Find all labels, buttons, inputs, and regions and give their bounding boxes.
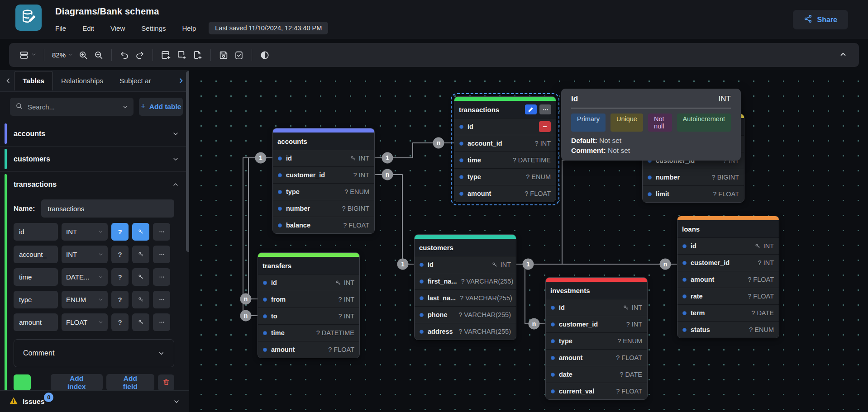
table-field-row[interactable]: id bbox=[454, 118, 556, 135]
field-connection-dot[interactable] bbox=[682, 311, 687, 315]
delete-field-button[interactable] bbox=[539, 121, 551, 132]
field-connection-dot[interactable] bbox=[648, 192, 652, 196]
table-field-row[interactable]: idINT bbox=[546, 299, 647, 316]
table-field-row[interactable]: type? ENUM bbox=[273, 183, 374, 200]
menu-file[interactable]: File bbox=[55, 24, 66, 32]
table-more-options-button[interactable] bbox=[539, 104, 551, 114]
field-connection-dot[interactable] bbox=[263, 314, 267, 318]
menu-help[interactable]: Help bbox=[182, 24, 196, 32]
primary-key-toggle-button[interactable] bbox=[132, 291, 149, 308]
field-connection-dot[interactable] bbox=[263, 281, 267, 285]
field-more-options-button[interactable] bbox=[153, 313, 170, 331]
table-field-row[interactable]: time? DATETIME bbox=[258, 324, 359, 341]
field-more-options-button[interactable] bbox=[153, 223, 170, 241]
nullable-toggle-button[interactable]: ? bbox=[111, 246, 129, 263]
add-index-button[interactable]: Add index bbox=[51, 374, 103, 391]
table-field-row[interactable]: idINT bbox=[677, 237, 779, 254]
todo-button[interactable] bbox=[231, 47, 247, 63]
field-connection-dot[interactable] bbox=[459, 175, 463, 179]
table-field-row[interactable]: amount? FLOAT bbox=[546, 349, 647, 366]
field-connection-dot[interactable] bbox=[648, 175, 652, 180]
field-connection-dot[interactable] bbox=[420, 296, 424, 300]
table-field-row[interactable]: address? VARCHAR(255) bbox=[415, 323, 516, 340]
save-button[interactable] bbox=[216, 47, 231, 63]
field-type-select[interactable]: INT bbox=[62, 223, 108, 241]
search-box[interactable] bbox=[10, 98, 134, 116]
field-name-input[interactable]: amount bbox=[14, 313, 58, 331]
table-field-row[interactable]: number? BIGINT bbox=[643, 169, 744, 185]
tabs-scroll-right-button[interactable] bbox=[175, 75, 186, 86]
field-more-options-button[interactable] bbox=[153, 291, 170, 308]
table-field-row[interactable]: limit? FLOAT bbox=[643, 185, 744, 202]
primary-key-toggle-button[interactable] bbox=[132, 268, 149, 286]
edit-table-button[interactable] bbox=[525, 104, 537, 114]
table-field-row[interactable]: from? INT bbox=[258, 291, 359, 308]
theme-button[interactable] bbox=[257, 47, 272, 63]
add-note-button[interactable] bbox=[190, 47, 205, 63]
table-field-row[interactable]: customer_id? INT bbox=[546, 316, 647, 332]
zoom-in-button[interactable] bbox=[76, 47, 91, 63]
table-field-row[interactable]: date? DATE bbox=[546, 366, 647, 383]
redo-button[interactable] bbox=[132, 47, 148, 63]
tabs-scroll-left-button[interactable] bbox=[3, 75, 14, 86]
zoom-out-button[interactable] bbox=[91, 47, 106, 63]
field-name-input[interactable]: id bbox=[14, 223, 58, 241]
field-type-select[interactable]: INT bbox=[62, 246, 108, 263]
search-dropdown-caret-icon[interactable] bbox=[122, 104, 128, 110]
table-field-row[interactable]: current_val? FLOAT bbox=[546, 383, 647, 399]
field-connection-dot[interactable] bbox=[263, 348, 267, 352]
accordion-header-transactions[interactable]: transactions bbox=[0, 172, 189, 197]
layout-button[interactable] bbox=[16, 47, 39, 63]
field-connection-dot[interactable] bbox=[420, 263, 424, 267]
table-field-row[interactable]: type? ENUM bbox=[546, 332, 647, 349]
search-input[interactable] bbox=[28, 103, 118, 111]
field-connection-dot[interactable] bbox=[420, 313, 424, 317]
field-connection-dot[interactable] bbox=[682, 278, 687, 282]
primary-key-toggle-button[interactable] bbox=[132, 246, 149, 263]
table-field-row[interactable]: idINT bbox=[258, 274, 359, 291]
field-connection-dot[interactable] bbox=[278, 223, 282, 227]
table-field-row[interactable]: status? ENUM bbox=[677, 321, 779, 338]
table-field-row[interactable]: last_na...? VARCHAR(255) bbox=[415, 289, 516, 306]
table-color-swatch[interactable] bbox=[14, 374, 31, 391]
field-name-input[interactable]: time bbox=[14, 268, 58, 286]
field-type-select[interactable]: FLOAT bbox=[62, 313, 108, 331]
nullable-toggle-button[interactable]: ? bbox=[111, 313, 129, 331]
field-connection-dot[interactable] bbox=[459, 192, 463, 196]
field-connection-dot[interactable] bbox=[420, 279, 424, 284]
canvas-table-investments[interactable]: investmentsidINTcustomer_id? INTtype? EN… bbox=[545, 277, 648, 400]
zoom-level-select[interactable]: 82% bbox=[49, 48, 76, 62]
field-connection-dot[interactable] bbox=[263, 298, 267, 302]
field-connection-dot[interactable] bbox=[551, 373, 555, 377]
share-button[interactable]: Share bbox=[793, 10, 848, 29]
add-table-button[interactable] bbox=[158, 47, 174, 63]
add-table-button[interactable]: + Add table bbox=[139, 98, 183, 116]
table-field-row[interactable]: rate? FLOAT bbox=[677, 288, 779, 304]
field-connection-dot[interactable] bbox=[278, 173, 282, 177]
nullable-toggle-button[interactable]: ? bbox=[111, 223, 129, 241]
relationship-line-3[interactable] bbox=[375, 175, 414, 264]
field-connection-dot[interactable] bbox=[551, 356, 555, 360]
accordion-header-customers[interactable]: customers bbox=[0, 147, 189, 171]
table-field-row[interactable]: first_na...? VARCHAR(255) bbox=[415, 273, 516, 289]
comment-collapsible[interactable]: Comment bbox=[14, 339, 174, 367]
field-connection-dot[interactable] bbox=[682, 294, 687, 298]
field-connection-dot[interactable] bbox=[551, 339, 555, 343]
field-name-input[interactable]: account_ bbox=[14, 246, 58, 263]
issues-bar[interactable]: Issues 0 bbox=[0, 390, 189, 412]
canvas-table-transactions[interactable]: transactionsidaccount_id? INTtime? DATET… bbox=[454, 96, 556, 202]
table-field-row[interactable]: idINT bbox=[415, 256, 516, 273]
field-connection-dot[interactable] bbox=[263, 331, 267, 335]
field-connection-dot[interactable] bbox=[278, 207, 282, 211]
add-field-button[interactable]: Add field bbox=[106, 374, 155, 391]
field-connection-dot[interactable] bbox=[459, 125, 463, 129]
field-more-options-button[interactable] bbox=[153, 268, 170, 286]
diagram-canvas[interactable]: 1nn1nn11nn credit_cardsidINTcustomer_id?… bbox=[189, 70, 868, 412]
table-name-input[interactable] bbox=[41, 199, 174, 218]
field-connection-dot[interactable] bbox=[551, 306, 555, 310]
nullable-toggle-button[interactable]: ? bbox=[111, 268, 129, 286]
field-connection-dot[interactable] bbox=[682, 244, 687, 248]
field-connection-dot[interactable] bbox=[459, 142, 463, 146]
primary-key-toggle-button[interactable] bbox=[132, 313, 149, 331]
table-field-row[interactable]: type? ENUM bbox=[454, 168, 556, 185]
